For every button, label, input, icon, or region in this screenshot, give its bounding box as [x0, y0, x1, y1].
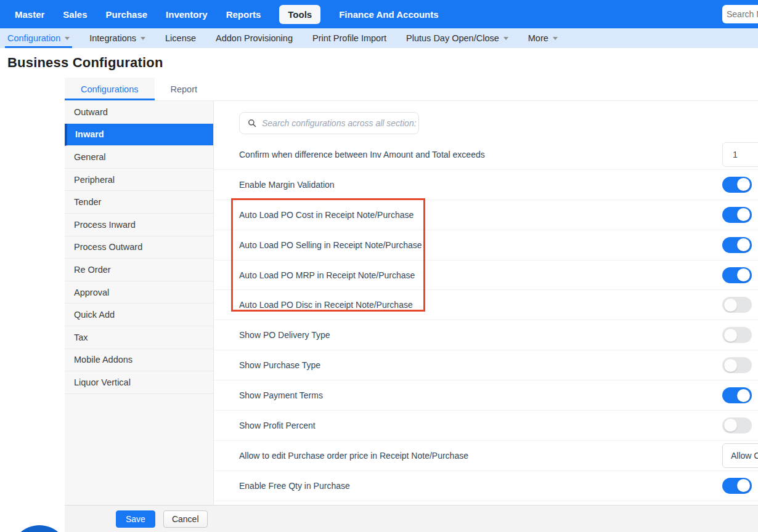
setting-row: Auto Load PO Selling in Receipt Note/Pur…: [214, 230, 758, 260]
setting-label: Auto Load PO Cost in Receipt Note/Purcha…: [239, 210, 414, 220]
topnav-item-sales[interactable]: Sales: [63, 9, 87, 20]
subnav-item-label: License: [165, 33, 196, 43]
show-purchase-type-toggle[interactable]: [722, 357, 752, 373]
setting-label: Auto Load PO Disc in Receipt Note/Purcha…: [239, 300, 413, 310]
title-band: Business Configuration: [0, 48, 758, 78]
topnav-item-inventory[interactable]: Inventory: [166, 9, 208, 20]
toggle-knob: [724, 299, 737, 312]
difference-threshold-input[interactable]: [722, 142, 758, 167]
setting-row: Show Purchase Type: [214, 350, 758, 381]
setting-label: Auto Load PO Selling in Receipt Note/Pur…: [239, 240, 422, 250]
setting-label: Confirm when difference between Inv Amou…: [239, 150, 485, 159]
setting-label: Enable Free Qty in Purchase: [239, 481, 350, 491]
tools-sub-nav: Configuration Integrations License Addon…: [0, 28, 758, 48]
show-payment-terms-toggle[interactable]: [722, 387, 752, 403]
subnav-item-license[interactable]: License: [163, 28, 198, 48]
topnav-item-reports[interactable]: Reports: [226, 9, 261, 20]
search-icon: [248, 119, 256, 127]
setting-row: Enable Free Qty in Purchase: [214, 471, 758, 501]
config-search-box[interactable]: [239, 112, 419, 134]
config-search-input[interactable]: [262, 118, 418, 128]
enable-free-qty-toggle[interactable]: [722, 478, 752, 494]
sidebar-item-peripheral[interactable]: Peripheral: [65, 169, 213, 191]
subnav-item-label: Configuration: [7, 33, 60, 43]
setting-row: Show Profit Percent: [214, 411, 758, 441]
sidebar-item-general[interactable]: General: [65, 146, 213, 169]
subnav-item-label: More: [528, 33, 548, 43]
toggle-knob: [737, 479, 750, 492]
topnav-item-master[interactable]: Master: [15, 9, 44, 20]
chevron-down-icon: [503, 37, 508, 40]
setting-row: Show PO Delivery Type: [214, 320, 758, 350]
toggle-knob: [737, 208, 750, 221]
show-profit-percent-toggle[interactable]: [722, 417, 752, 433]
cancel-button[interactable]: Cancel: [163, 510, 208, 528]
subnav-item-addon-provisioning[interactable]: Addon Provisioning: [213, 28, 295, 48]
tab-report[interactable]: Report: [155, 78, 214, 100]
sidebar-item-tax[interactable]: Tax: [65, 326, 213, 349]
subnav-item-configuration[interactable]: Configuration: [5, 28, 72, 48]
setting-row: Auto Load PO MRP in Receipt Note/Purchas…: [214, 260, 758, 291]
section-sidebar: Outward Inward General Peripheral Tender…: [65, 101, 214, 505]
toggle-knob: [737, 389, 750, 402]
menu-search-input[interactable]: [722, 5, 758, 23]
sidebar-item-mobile-addons[interactable]: Mobile Addons: [65, 349, 213, 372]
sidebar-item-quick-add[interactable]: Quick Add: [65, 304, 213, 326]
settings-list: Confirm when difference between Inv Amou…: [214, 101, 758, 505]
sidebar-item-outward[interactable]: Outward: [65, 101, 213, 124]
subnav-item-label: Integrations: [89, 33, 136, 43]
chevron-down-icon: [553, 37, 558, 40]
sidebar-item-process-inward[interactable]: Process Inward: [65, 214, 213, 236]
auto-load-po-cost-toggle[interactable]: [722, 207, 752, 223]
footer-action-bar: Save Cancel: [65, 505, 758, 532]
save-button[interactable]: Save: [116, 510, 155, 528]
setting-label: Allow to edit Purchase order price in Re…: [239, 451, 468, 461]
sidebar-item-inward[interactable]: Inward: [65, 124, 213, 147]
setting-row: Confirm when difference between Inv Amou…: [214, 140, 758, 170]
subnav-item-plutus-day-open-close[interactable]: Plutus Day Open/Close: [404, 28, 511, 48]
configuration-panel: Outward Inward General Peripheral Tender…: [65, 101, 758, 505]
setting-row: Auto Load PO Disc in Receipt Note/Purcha…: [214, 290, 758, 320]
toggle-knob: [724, 359, 737, 372]
subnav-item-more[interactable]: More: [526, 28, 560, 48]
enable-margin-validation-toggle[interactable]: [722, 177, 752, 193]
tab-configurations[interactable]: Configurations: [65, 78, 155, 100]
sidebar-item-liquor-vertical[interactable]: Liquor Vertical: [65, 371, 213, 394]
setting-row: Enable Margin Validation: [214, 170, 758, 200]
settings-rows: Confirm when difference between Inv Amou…: [214, 140, 758, 501]
setting-row: Auto Load PO Cost in Receipt Note/Purcha…: [214, 200, 758, 230]
subnav-item-label: Plutus Day Open/Close: [406, 33, 499, 43]
setting-label: Show Purchase Type: [239, 360, 320, 370]
top-nav-bar: Master Sales Purchase Inventory Reports …: [0, 0, 758, 28]
tab-strip: Configurations Report: [65, 78, 758, 101]
edit-po-price-select[interactable]: Allow Co: [722, 443, 758, 468]
chevron-down-icon: [65, 37, 70, 40]
sidebar-item-approval[interactable]: Approval: [65, 281, 213, 304]
show-po-delivery-type-toggle[interactable]: [722, 327, 752, 343]
topnav-item-tools[interactable]: Tools: [279, 5, 320, 24]
sidebar-item-re-order[interactable]: Re Order: [65, 259, 213, 281]
sidebar-item-process-outward[interactable]: Process Outward: [65, 236, 213, 259]
toggle-knob: [737, 178, 750, 191]
topnav-item-purchase[interactable]: Purchase: [106, 9, 148, 20]
setting-label: Show Profit Percent: [239, 421, 316, 430]
setting-label: Auto Load PO MRP in Receipt Note/Purchas…: [239, 270, 415, 280]
auto-load-po-mrp-toggle[interactable]: [722, 267, 752, 283]
subnav-item-integrations[interactable]: Integrations: [87, 28, 148, 48]
setting-label: Show Payment Terms: [239, 390, 323, 400]
subnav-item-label: Print Profile Import: [312, 33, 386, 43]
setting-row: Allow to edit Purchase order price in Re…: [214, 441, 758, 471]
toggle-knob: [737, 268, 750, 281]
topnav-item-finance-and-accounts[interactable]: Finance And Accounts: [339, 9, 438, 20]
setting-row: Show Payment Terms: [214, 381, 758, 411]
auto-load-po-selling-toggle[interactable]: [722, 237, 752, 253]
chat-widget-bubble[interactable]: [10, 525, 68, 532]
auto-load-po-disc-toggle[interactable]: [722, 297, 752, 313]
toggle-knob: [724, 419, 737, 432]
toggle-knob: [737, 238, 750, 251]
setting-label: Show PO Delivery Type: [239, 330, 330, 340]
sidebar-item-tender[interactable]: Tender: [65, 191, 213, 214]
toggle-knob: [724, 329, 737, 342]
subnav-item-print-profile-import[interactable]: Print Profile Import: [310, 28, 389, 48]
subnav-item-label: Addon Provisioning: [216, 33, 293, 43]
